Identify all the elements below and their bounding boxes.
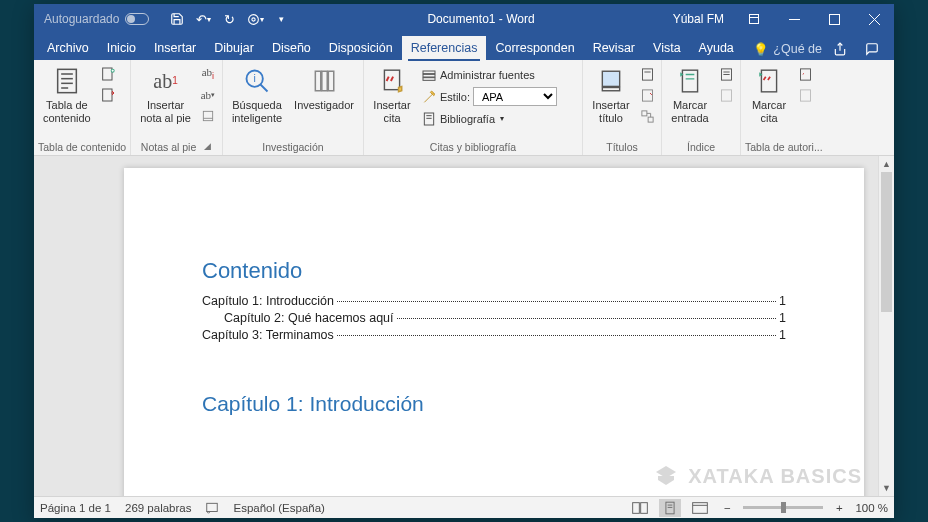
update-figures-button[interactable]	[637, 85, 657, 105]
vertical-scrollbar[interactable]: ▲ ▼	[878, 156, 894, 496]
svg-rect-25	[424, 113, 433, 125]
insert-table-figures-button[interactable]	[637, 64, 657, 84]
group-research: i Búsqueda inteligente Investigador Inve…	[223, 60, 364, 155]
svg-rect-43	[207, 503, 218, 511]
researcher-button[interactable]: Investigador	[289, 62, 359, 112]
scroll-thumb[interactable]	[881, 172, 892, 312]
tab-vista[interactable]: Vista	[644, 36, 690, 60]
maximize-button[interactable]	[814, 4, 854, 34]
group-citations-label: Citas y bibliografía	[368, 139, 578, 155]
tab-ayuda[interactable]: Ayuda	[690, 36, 743, 60]
zoom-out-button[interactable]: −	[719, 502, 735, 514]
svg-rect-23	[423, 74, 435, 77]
toc-entry[interactable]: Capítulo 3: Terminamos 1	[202, 328, 786, 342]
smart-lookup-button[interactable]: i Búsqueda inteligente	[227, 62, 287, 125]
svg-rect-46	[666, 502, 674, 514]
group-index-label: Índice	[666, 139, 736, 155]
tab-correspondencia[interactable]: Corresponden	[486, 36, 583, 60]
biblio-icon	[421, 111, 437, 127]
tab-referencias[interactable]: Referencias	[402, 36, 487, 60]
svg-rect-18	[315, 71, 320, 91]
update-index-button[interactable]	[716, 85, 736, 105]
update-toc-button[interactable]	[98, 85, 118, 105]
svg-rect-30	[642, 68, 652, 79]
ribbon-options-button[interactable]	[734, 4, 774, 34]
read-mode-button[interactable]	[629, 499, 651, 517]
books-icon	[308, 65, 340, 97]
autosave-label: Autoguardado	[44, 12, 119, 26]
citation-icon	[376, 65, 408, 97]
table-of-contents-button[interactable]: Tabla de contenido	[38, 62, 96, 125]
next-footnote-button[interactable]: ab▾	[198, 85, 218, 105]
page-indicator[interactable]: Página 1 de 1	[40, 502, 111, 514]
svg-rect-12	[102, 89, 111, 101]
toc-icon	[51, 65, 83, 97]
svg-rect-28	[602, 71, 619, 86]
language-indicator[interactable]: Español (España)	[233, 502, 324, 514]
svg-rect-42	[800, 89, 810, 100]
insert-citation-button[interactable]: Insertar cita	[368, 62, 416, 125]
group-toc: Tabla de contenido Tabla de contenido	[34, 60, 131, 155]
share-button[interactable]	[826, 38, 854, 60]
insert-index-button[interactable]	[716, 64, 736, 84]
save-button[interactable]	[165, 6, 189, 32]
zoom-slider[interactable]	[743, 506, 823, 509]
insert-endnote-button[interactable]: abi	[198, 64, 218, 84]
redo-button[interactable]: ↻	[217, 6, 241, 32]
svg-point-1	[249, 14, 259, 24]
user-name[interactable]: Yúbal FM	[663, 12, 734, 26]
show-notes-button[interactable]	[198, 106, 218, 126]
close-button[interactable]	[854, 4, 894, 34]
mark-citation-icon	[753, 65, 785, 97]
update-authorities-button[interactable]	[795, 85, 815, 105]
citation-style-select[interactable]: APA	[473, 87, 557, 106]
toc-entry[interactable]: Capítulo 1: Introducción 1	[202, 294, 786, 308]
tab-insertar[interactable]: Insertar	[145, 36, 205, 60]
toc-entry[interactable]: Capítulo 2: Qué hacemos aquí 1	[202, 311, 786, 325]
word-count[interactable]: 269 palabras	[125, 502, 192, 514]
tell-me-search[interactable]: 💡 ¿Qué de	[753, 42, 822, 57]
bibliography-button[interactable]: Bibliografía ▾	[418, 108, 578, 129]
scroll-down-icon[interactable]: ▼	[879, 480, 894, 496]
tab-disposicion[interactable]: Disposición	[320, 36, 402, 60]
toc-entry-text: Capítulo 2: Qué hacemos aquí	[224, 311, 394, 325]
tab-revisar[interactable]: Revisar	[584, 36, 644, 60]
insert-caption-button[interactable]: Insertar título	[587, 62, 635, 125]
toc-label: Tabla de contenido	[43, 99, 91, 125]
print-layout-button[interactable]	[659, 499, 681, 517]
document-canvas: Contenido Capítulo 1: Introducción 1 Cap…	[34, 156, 894, 496]
mark-entry-icon	[674, 65, 706, 97]
touch-mode-button[interactable]: ▾	[243, 6, 267, 32]
undo-button[interactable]: ↶▾	[191, 6, 215, 32]
tab-diseno[interactable]: Diseño	[263, 36, 320, 60]
manage-sources-button[interactable]: Administrar fuentes	[418, 64, 578, 85]
toc-entry-page: 1	[779, 328, 786, 342]
insert-authorities-button[interactable]	[795, 64, 815, 84]
autosave-toggle[interactable]: Autoguardado	[34, 12, 159, 26]
tab-dibujar[interactable]: Dibujar	[205, 36, 263, 60]
mark-citation-button[interactable]: Marcar cita	[745, 62, 793, 125]
tab-archivo[interactable]: Archivo	[38, 36, 98, 60]
zoom-level[interactable]: 100 %	[855, 502, 888, 514]
proofing-icon[interactable]	[205, 501, 219, 515]
status-bar: Página 1 de 1 269 palabras Español (Espa…	[34, 496, 894, 518]
footnote-icon: ab1	[150, 65, 182, 97]
mark-entry-button[interactable]: Marcar entrada	[666, 62, 714, 125]
document-page[interactable]: Contenido Capítulo 1: Introducción 1 Cap…	[124, 168, 864, 496]
footnote-label: Insertar nota al pie	[140, 99, 191, 125]
cross-reference-button[interactable]	[637, 106, 657, 126]
smart-lookup-label: Búsqueda inteligente	[232, 99, 282, 125]
add-text-button[interactable]	[98, 64, 118, 84]
qat-customize-button[interactable]: ▾	[269, 6, 293, 32]
scroll-up-icon[interactable]: ▲	[879, 156, 894, 172]
minimize-button[interactable]	[774, 4, 814, 34]
magnifier-icon: i	[241, 65, 273, 97]
zoom-in-button[interactable]: +	[831, 502, 847, 514]
comments-button[interactable]	[858, 38, 886, 60]
manage-icon	[421, 67, 437, 83]
footnotes-dialog-launcher[interactable]: ◢	[204, 141, 218, 155]
tab-inicio[interactable]: Inicio	[98, 36, 145, 60]
insert-footnote-button[interactable]: ab1 Insertar nota al pie	[135, 62, 196, 125]
title-bar: Autoguardado ↶▾ ↻ ▾ ▾ Documento1 - Word …	[34, 4, 894, 34]
web-layout-button[interactable]	[689, 499, 711, 517]
